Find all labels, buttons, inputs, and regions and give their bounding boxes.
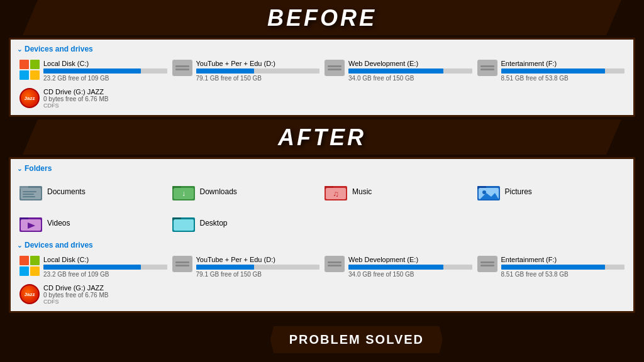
after-drive-f-bar-container xyxy=(501,265,625,270)
drive-e-info: Web Development (E:) 34.0 GB free of 150… xyxy=(348,60,472,82)
windows-logo-icon xyxy=(19,60,40,80)
drive-c-free: 23.2 GB free of 109 GB xyxy=(43,75,167,82)
after-drive-item-f[interactable]: Entertainment (F:) 8.51 GB free of 53.8 … xyxy=(475,255,628,279)
svg-rect-4 xyxy=(23,194,34,195)
after-devices-header: ⌄ Devices and drives xyxy=(17,241,627,250)
drive-e-bar xyxy=(348,69,443,74)
chevron-icon: ⌄ xyxy=(17,46,22,53)
downloads-label: Downloads xyxy=(200,187,237,196)
drive-d-free: 79.1 GB free of 150 GB xyxy=(196,75,320,82)
drive-g-fs: CDFS xyxy=(43,102,167,109)
after-banner: AFTER xyxy=(0,119,644,155)
after-drive-f-bar xyxy=(501,265,605,270)
drive-e-name: Web Development (E:) xyxy=(348,60,472,67)
folder-item-downloads[interactable]: ↓ Downloads xyxy=(170,178,323,206)
drive-f-name: Entertainment (F:) xyxy=(501,60,625,67)
drive-g-free: 0 bytes free of 6.76 MB xyxy=(43,96,167,102)
after-hdd-d-icon xyxy=(172,256,192,272)
after-drive-e-free: 34.0 GB free of 150 GB xyxy=(348,271,472,278)
after-windows-logo-icon xyxy=(19,256,40,276)
svg-text:♫: ♫ xyxy=(333,189,339,199)
after-drive-c-info: Local Disk (C:) 23.2 GB free of 109 GB xyxy=(43,256,167,278)
drive-c-name: Local Disk (C:) xyxy=(43,60,167,67)
drive-item-e[interactable]: Web Development (E:) 34.0 GB free of 150… xyxy=(322,58,475,83)
after-drive-item-d[interactable]: YouTube + Per + Edu (D:) 79.1 GB free of… xyxy=(170,255,323,279)
hdd-f-icon xyxy=(477,60,497,76)
drive-d-info: YouTube + Per + Edu (D:) 79.1 GB free of… xyxy=(196,60,320,82)
after-drive-d-bar xyxy=(196,265,254,270)
pictures-folder-icon xyxy=(477,180,500,203)
drive-item-f[interactable]: Entertainment (F:) 8.51 GB free of 53.8 … xyxy=(475,58,628,83)
after-folders-label: Folders xyxy=(25,164,52,173)
after-drive-f-free: 8.51 GB free of 53.8 GB xyxy=(501,271,625,278)
drive-f-bar xyxy=(501,69,605,74)
after-drive-item-g[interactable]: Jazz CD Drive (G:) JAZZ 0 bytes free of … xyxy=(17,283,170,306)
after-drive-g-free: 0 bytes free of 6.76 MB xyxy=(43,292,167,299)
documents-folder-icon xyxy=(19,180,42,203)
drive-d-name: YouTube + Per + Edu (D:) xyxy=(196,60,320,67)
drive-c-info: Local Disk (C:) 23.2 GB free of 109 GB xyxy=(43,60,167,82)
after-drive-d-info: YouTube + Per + Edu (D:) 79.1 GB free of… xyxy=(196,256,320,278)
before-devices-label: Devices and drives xyxy=(25,45,93,53)
after-drive-item-c[interactable]: Local Disk (C:) 23.2 GB free of 109 GB xyxy=(17,255,170,279)
after-drive-e-name: Web Development (E:) xyxy=(348,256,472,263)
folder-item-videos[interactable]: Videos xyxy=(17,209,170,237)
after-drive-e-bar xyxy=(348,265,443,270)
hdd-d-icon xyxy=(172,60,192,76)
drive-item-d[interactable]: YouTube + Per + Edu (D:) 79.1 GB free of… xyxy=(170,58,323,83)
drive-f-info: Entertainment (F:) 8.51 GB free of 53.8 … xyxy=(501,60,625,82)
pictures-label: Pictures xyxy=(505,187,532,196)
folder-item-desktop[interactable]: Desktop xyxy=(170,209,323,237)
after-explorer-panel: ⌄ Folders Documents xyxy=(9,157,635,313)
after-drives-grid: Local Disk (C:) 23.2 GB free of 109 GB Y… xyxy=(17,255,627,306)
folders-chevron-icon: ⌄ xyxy=(17,165,22,172)
problem-solved-text: PROBLEM SOLVED xyxy=(289,332,424,346)
drive-c-bar xyxy=(43,69,141,74)
desktop-label: Desktop xyxy=(200,219,228,228)
drive-g-name: CD Drive (G:) JAZZ xyxy=(43,88,167,96)
music-label: Music xyxy=(352,187,372,196)
videos-folder-icon xyxy=(19,212,42,234)
after-devices-chevron-icon: ⌄ xyxy=(17,242,22,249)
drive-item-g[interactable]: Jazz CD Drive (G:) JAZZ 0 bytes free of … xyxy=(17,87,170,110)
before-devices-header: ⌄ Devices and drives xyxy=(17,45,627,53)
after-hdd-f-icon xyxy=(477,256,497,272)
desktop-folder-icon xyxy=(172,212,195,234)
after-devices-label: Devices and drives xyxy=(25,241,93,250)
after-drive-e-bar-container xyxy=(348,265,472,270)
before-explorer-panel: ⌄ Devices and drives Local Disk (C:) 23.… xyxy=(9,38,635,117)
hdd-e-icon xyxy=(325,60,345,76)
folder-item-music[interactable]: ♫ Music xyxy=(322,178,475,206)
after-drive-c-bar-container xyxy=(43,265,167,270)
after-drive-g-name: CD Drive (G:) JAZZ xyxy=(43,284,167,292)
after-cd-g-icon: Jazz xyxy=(19,284,40,304)
drive-c-bar-container xyxy=(43,69,167,74)
after-drive-item-e[interactable]: Web Development (E:) 34.0 GB free of 150… xyxy=(322,255,475,279)
after-drive-c-name: Local Disk (C:) xyxy=(43,256,167,263)
after-drive-f-info: Entertainment (F:) 8.51 GB free of 53.8 … xyxy=(501,256,625,278)
before-banner-text: BEFORE xyxy=(267,5,377,31)
after-banner-text: AFTER xyxy=(278,124,366,150)
after-drive-c-free: 23.2 GB free of 109 GB xyxy=(43,271,167,278)
after-drive-d-name: YouTube + Per + Edu (D:) xyxy=(196,256,320,263)
after-drive-g-fs: CDFS xyxy=(43,299,167,305)
cd-g-icon: Jazz xyxy=(19,88,40,108)
after-drive-c-bar xyxy=(43,265,141,270)
videos-label: Videos xyxy=(47,219,70,228)
drive-d-bar xyxy=(196,69,254,74)
after-folders-grid: Documents ↓ Downloads xyxy=(17,178,627,237)
svg-rect-25 xyxy=(174,219,194,231)
after-drive-d-free: 79.1 GB free of 150 GB xyxy=(196,271,320,278)
folder-item-documents[interactable]: Documents xyxy=(17,178,170,206)
documents-label: Documents xyxy=(47,187,86,196)
drive-f-bar-container xyxy=(501,69,625,74)
drive-item-c[interactable]: Local Disk (C:) 23.2 GB free of 109 GB xyxy=(17,58,170,83)
after-drive-d-bar-container xyxy=(196,265,320,270)
problem-solved-badge: PROBLEM SOLVED xyxy=(270,326,443,353)
svg-rect-3 xyxy=(23,191,36,192)
after-folders-header: ⌄ Folders xyxy=(17,164,627,173)
folder-item-pictures[interactable]: Pictures xyxy=(475,178,628,206)
drive-d-bar-container xyxy=(196,69,320,74)
after-section: ⌄ Folders Documents xyxy=(0,155,644,362)
drive-f-free: 8.51 GB free of 53.8 GB xyxy=(501,75,625,82)
